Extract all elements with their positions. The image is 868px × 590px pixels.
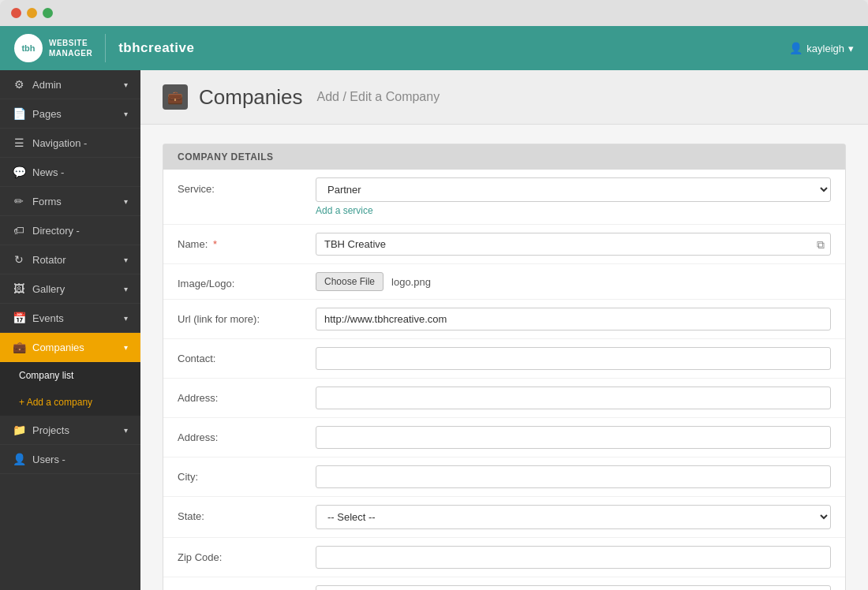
address2-input[interactable] xyxy=(316,426,831,449)
zip-input[interactable] xyxy=(316,546,831,569)
close-dot[interactable] xyxy=(11,8,21,18)
service-label: Service: xyxy=(178,177,316,195)
url-input[interactable] xyxy=(316,308,831,330)
forms-icon: ✏ xyxy=(13,195,25,207)
logo-abbr: tbh xyxy=(21,43,35,53)
sidebar-item-directory[interactable]: 🏷 Directory - xyxy=(0,216,140,245)
phone-label: Phone Number: xyxy=(178,585,316,590)
contact-input[interactable] xyxy=(316,347,831,370)
sidebar-item-forms[interactable]: ✏ Forms ▾ xyxy=(0,187,140,216)
name-required: * xyxy=(213,238,217,250)
city-label: City: xyxy=(178,465,316,483)
sidebar-label-rotator: Rotator xyxy=(32,254,66,266)
sidebar-label-forms: Forms xyxy=(32,196,62,207)
url-label: Url (link for more): xyxy=(178,308,316,325)
navigation-icon: ☰ xyxy=(13,136,25,149)
company-list-label: Company list xyxy=(19,370,73,381)
address1-row: Address: xyxy=(163,379,845,418)
service-select[interactable]: Partner xyxy=(316,177,831,202)
maximize-dot[interactable] xyxy=(43,8,53,18)
user-chevron-icon: ▾ xyxy=(848,43,854,54)
user-menu[interactable]: 👤 kayleigh ▾ xyxy=(789,42,854,54)
address2-label: Address: xyxy=(178,426,316,443)
directory-icon: 🏷 xyxy=(13,224,25,237)
sidebar-item-events[interactable]: 📅 Events ▾ xyxy=(0,304,140,333)
sidebar-label-pages: Pages xyxy=(32,108,62,120)
state-select[interactable]: -- Select -- xyxy=(316,505,831,529)
page-subtitle: Add / Edit a Company xyxy=(317,90,440,104)
add-service-link[interactable]: Add a service xyxy=(316,205,831,216)
chevron-projects-icon: ▾ xyxy=(124,426,128,435)
sidebar: ⚙ Admin ▾ 📄 Pages ▾ ☰ Navigation - 💬 New… xyxy=(0,70,140,590)
brand-name: tbhcreative xyxy=(118,40,194,56)
chevron-events-icon: ▾ xyxy=(124,314,128,323)
service-row: Service: Partner Add a service xyxy=(163,170,845,225)
phone-control-wrap xyxy=(316,585,831,590)
sidebar-item-projects[interactable]: 📁 Projects ▾ xyxy=(0,416,140,445)
form-card: COMPANY DETAILS Service: Partner Add a s… xyxy=(163,144,846,590)
state-control-wrap: -- Select -- xyxy=(316,505,831,529)
sidebar-item-company-list[interactable]: Company list xyxy=(0,362,140,389)
user-label: kayleigh xyxy=(806,43,844,54)
sidebar-item-companies[interactable]: 💼 Companies ▾ xyxy=(0,333,140,362)
gear-icon: ⚙ xyxy=(13,78,25,91)
sidebar-item-rotator[interactable]: ↻ Rotator ▾ xyxy=(0,245,140,274)
form-body: Service: Partner Add a service Name: * xyxy=(163,170,845,590)
image-row: Image/Logo: Choose File logo.png xyxy=(163,264,845,300)
image-label: Image/Logo: xyxy=(178,272,316,289)
sidebar-item-news[interactable]: 💬 News - xyxy=(0,158,140,187)
sidebar-label-directory: Directory - xyxy=(32,225,80,237)
contact-label: Contact: xyxy=(178,347,316,364)
add-company-label: + Add a company xyxy=(19,397,92,408)
zip-control-wrap xyxy=(316,546,831,569)
sidebar-item-add-company[interactable]: + Add a company xyxy=(0,389,140,416)
form-section-title: COMPANY DETAILS xyxy=(163,144,845,170)
url-row: Url (link for more): xyxy=(163,300,845,339)
city-row: City: xyxy=(163,457,845,497)
window-chrome xyxy=(0,0,868,26)
contact-control-wrap xyxy=(316,347,831,370)
sidebar-item-navigation[interactable]: ☰ Navigation - xyxy=(0,129,140,158)
news-icon: 💬 xyxy=(13,166,25,178)
page-title: Companies xyxy=(199,85,303,110)
chevron-rotator-icon: ▾ xyxy=(124,256,128,264)
city-input[interactable] xyxy=(316,465,831,488)
chevron-companies-icon: ▾ xyxy=(124,343,128,352)
page-header-icon: 💼 xyxy=(163,84,188,110)
chevron-pages-icon: ▾ xyxy=(124,110,128,118)
sidebar-label-projects: Projects xyxy=(32,424,69,436)
sidebar-label-gallery: Gallery xyxy=(32,283,65,295)
address2-row: Address: xyxy=(163,418,845,457)
logo-icon: tbh xyxy=(14,34,43,62)
page-header: 💼 Companies Add / Edit a Company xyxy=(140,70,868,125)
chevron-gallery-icon: ▾ xyxy=(124,285,128,293)
briefcase-icon: 💼 xyxy=(167,90,183,105)
zip-row: Zip Code: xyxy=(163,538,845,577)
sidebar-item-admin[interactable]: ⚙ Admin ▾ xyxy=(0,70,140,99)
sidebar-label-users: Users - xyxy=(32,454,65,465)
zip-label: Zip Code: xyxy=(178,546,316,563)
sidebar-item-gallery[interactable]: 🖼 Gallery ▾ xyxy=(0,274,140,304)
chevron-forms-icon: ▾ xyxy=(124,197,128,206)
choose-file-button[interactable]: Choose File xyxy=(316,272,383,291)
address1-control-wrap xyxy=(316,386,831,409)
address1-label: Address: xyxy=(178,386,316,404)
pages-icon: 📄 xyxy=(13,107,25,120)
name-input[interactable] xyxy=(316,233,831,256)
sidebar-item-users[interactable]: 👤 Users - xyxy=(0,445,140,474)
main-content: 💼 Companies Add / Edit a Company COMPANY… xyxy=(140,70,868,590)
copy-icon[interactable]: ⧉ xyxy=(817,237,825,251)
address1-input[interactable] xyxy=(316,386,831,409)
companies-submenu: Company list + Add a company xyxy=(0,362,140,416)
app-wrapper: tbh WEBSITE MANAGER tbhcreative 👤 kaylei… xyxy=(0,26,868,590)
sidebar-label-navigation: Navigation - xyxy=(32,137,87,149)
user-icon: 👤 xyxy=(789,42,803,54)
image-control-wrap: Choose File logo.png xyxy=(316,272,831,291)
service-control-wrap: Partner Add a service xyxy=(316,177,831,216)
phone-input[interactable] xyxy=(316,585,831,590)
sidebar-item-pages[interactable]: 📄 Pages ▾ xyxy=(0,99,140,129)
minimize-dot[interactable] xyxy=(27,8,37,18)
top-bar-left: tbh WEBSITE MANAGER tbhcreative xyxy=(14,34,194,62)
name-label: Name: * xyxy=(178,233,316,250)
gallery-icon: 🖼 xyxy=(13,282,25,295)
